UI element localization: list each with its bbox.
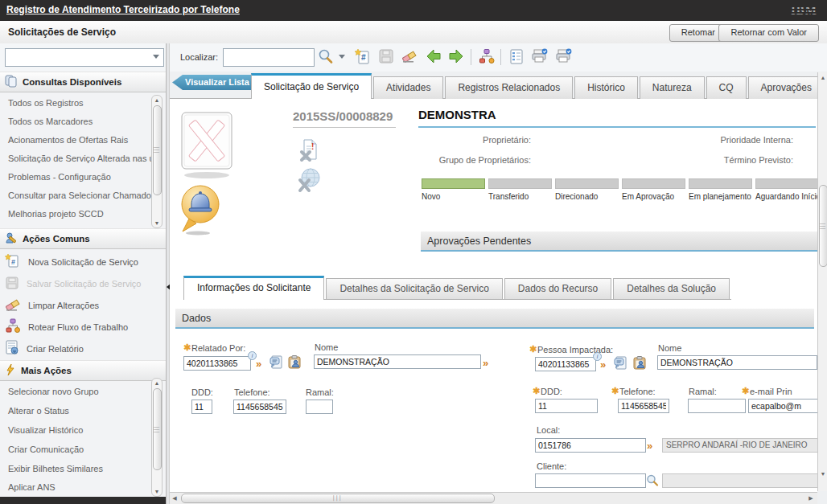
ddd2-input[interactable] [535, 399, 598, 413]
relatado-por-input[interactable] [183, 356, 251, 371]
retornar-com-valor-button[interactable]: Retornar com Valor [718, 24, 819, 42]
cliente-input[interactable] [535, 473, 646, 488]
visualizar-lista-tab[interactable]: Visualizar Lista [172, 75, 257, 90]
action-criar-relatorio[interactable]: Criar Relatório [0, 338, 166, 359]
sidebar-item-melhorias-sccd[interactable]: Melhorias projeto SCCD [0, 205, 153, 223]
action-alterar-status[interactable]: Alterar o Status [0, 402, 153, 420]
sidebar-item-consultar-chamados[interactable]: Consultar para Selecionar Chamados ... [0, 186, 153, 205]
app-title-link[interactable]: Registro de Atendimento Terceirizado por… [6, 4, 240, 15]
local-label: Local: [537, 425, 560, 435]
scroll-up-icon[interactable]: ▲ [152, 97, 162, 103]
scroll-down-icon[interactable]: ▼ [152, 489, 162, 494]
status-novo: Novo [422, 178, 485, 206]
next-record-icon[interactable] [447, 48, 465, 66]
ramal1-input[interactable] [306, 400, 333, 414]
log-note-icon[interactable] [613, 355, 628, 372]
aprovacoes-pendentes-section: Aprovações Pendentes [421, 232, 817, 252]
scroll-down-icon[interactable]: ▼ [818, 471, 827, 477]
pessoa-impactada-detail-chevron[interactable]: » [600, 359, 605, 371]
subtab-dados-recurso[interactable]: Dados do Recurso [504, 278, 611, 299]
print-icon[interactable] [531, 48, 549, 66]
print-with-attachments-icon[interactable] [555, 48, 573, 66]
telefone1-input[interactable] [233, 400, 286, 414]
main-vertical-scrollbar[interactable]: ▲ ——— ▼ [817, 72, 827, 491]
new-record-icon[interactable]: # [354, 48, 372, 66]
tab-natureza[interactable]: Natureza [640, 76, 705, 99]
scroll-right-icon[interactable]: ▶ [806, 495, 816, 502]
toolbar-separator [471, 49, 471, 65]
report-icon [5, 340, 19, 358]
action-selecionar-grupo[interactable]: Selecionar novo Grupo [0, 383, 153, 401]
tab-cq[interactable]: CQ [706, 76, 747, 99]
tab-historico[interactable]: Histórico [574, 76, 638, 99]
action-visualizar-historico[interactable]: Visualizar Histórico [0, 421, 153, 440]
mais-acoes-scrollbar[interactable]: ▲ ——— ▼ [151, 378, 163, 497]
scroll-left-icon[interactable]: ◀ [170, 495, 179, 502]
ramal2-input[interactable] [688, 399, 746, 413]
bulletin-none-icon[interactable]: ! [299, 138, 320, 164]
page-title: Solicitações de Serviço [8, 27, 116, 38]
acoes-comuns-header: Ações Comuns [0, 228, 166, 249]
localizar-input[interactable] [223, 48, 315, 67]
scroll-up-icon[interactable]: ▲ [818, 75, 827, 80]
main-horizontal-scrollbar[interactable]: ◀ ⎢⎢⎢ ▶ [170, 492, 817, 504]
scroll-down-icon[interactable]: ▼ [152, 220, 162, 226]
detail-tab-bar: Informações do Solicitante Detalhes da S… [183, 276, 731, 300]
tab-solicitacao-de-servico[interactable]: Solicitação de Serviço [251, 73, 372, 99]
tab-registros-relacionados[interactable]: Registros Relacionados [445, 76, 573, 99]
cliente-search-icon[interactable] [645, 473, 660, 490]
person-clipboard-icon[interactable] [632, 355, 648, 372]
sidebar-item-problemas-config[interactable]: Problemas - Configuração [0, 168, 153, 186]
relatado-por-detail-chevron[interactable]: » [256, 358, 261, 370]
nome2-input[interactable] [657, 355, 817, 370]
query-combobox[interactable] [5, 48, 164, 67]
telefone2-input[interactable] [618, 399, 669, 413]
action-rotear-fluxo[interactable]: Rotear Fluxo de Trabalho [0, 316, 166, 338]
sidebar-footer-bar [0, 497, 166, 504]
scroll-up-icon[interactable]: ▲ [152, 380, 162, 386]
email-principal-input[interactable] [748, 399, 819, 413]
sidebar-item-todos-registros[interactable]: Todos os Registros [0, 94, 153, 113]
sidebar-item-todos-marcadores[interactable]: Todos os Marcadores [0, 113, 153, 131]
local-input[interactable] [535, 438, 646, 453]
action-criar-comunicacao[interactable]: Criar Comunicação [0, 440, 153, 459]
grupo-proprietarios-label: Grupo de Proprietários: [434, 155, 531, 165]
action-salvar-solicitacao: Salvar Solicitação de Serviço [0, 272, 166, 294]
cliente-label: Cliente: [537, 461, 566, 471]
map-none-icon[interactable] [296, 167, 323, 195]
status-direcionado: Direcionado [555, 178, 619, 206]
status-aguardando-inicio: Aguardando Início E [755, 178, 817, 206]
log-note-icon[interactable] [269, 354, 284, 371]
ramal2-label: Ramal: [689, 387, 717, 396]
tab-atividades[interactable]: Atividades [373, 76, 443, 99]
nome1-input[interactable] [314, 354, 481, 369]
workflow-icon[interactable] [478, 48, 496, 66]
pessoa-impactada-input[interactable] [535, 357, 596, 371]
subtab-informacoes-solicitante[interactable]: Informações do Solicitante [183, 276, 324, 300]
reports-icon[interactable] [508, 48, 526, 66]
ramal1-label: Ramal: [306, 387, 334, 397]
status-flow: Novo Transferido Direcionado Em Aprovaçã… [422, 178, 817, 206]
subtab-detalhes-solicitacao[interactable]: Detalhes da Solicitação de Servico [326, 278, 502, 299]
cliente-description [662, 473, 818, 488]
relatado-por-label: Relatado Por: [191, 343, 245, 353]
scrollbar-thumb[interactable]: ⎢⎢⎢ [181, 494, 495, 503]
proprietario-label: Proprietário: [434, 135, 531, 145]
person-clipboard-icon[interactable] [287, 354, 302, 371]
search-icon[interactable] [317, 48, 335, 66]
subtab-detalhes-solucao[interactable]: Detalhes da Solução [613, 278, 730, 299]
new-record-icon: # [5, 253, 21, 271]
eraser-icon[interactable] [401, 48, 418, 66]
previous-record-icon[interactable] [425, 48, 442, 66]
search-options-caret-icon[interactable] [339, 55, 345, 62]
action-exibir-bilhetes[interactable]: Exibir Bilhetes Similares [0, 460, 153, 478]
tab-aprovacoes[interactable]: Aprovações [748, 76, 817, 99]
action-nova-solicitacao[interactable]: # Nova Solicitação de Serviço [0, 251, 166, 272]
nome1-detail-chevron[interactable]: » [483, 357, 488, 369]
sidebar-item-acionamentos[interactable]: Acionamentos de Ofertas Rais [0, 131, 153, 150]
ddd1-input[interactable] [191, 400, 212, 414]
action-limpar-alteracoes[interactable]: Limpar Alterações [0, 294, 166, 316]
local-detail-chevron[interactable]: » [647, 440, 652, 452]
sidebar-item-ss-alterada[interactable]: Solicitação de Serviço Alterada nas úl..… [0, 150, 153, 168]
consultas-scrollbar[interactable]: ▲ ——— ▼ [151, 95, 163, 228]
